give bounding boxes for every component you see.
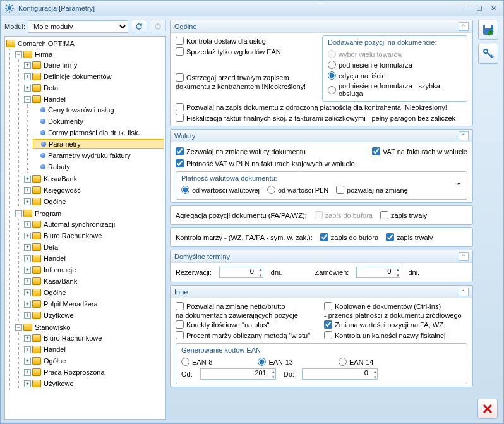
tree-param-wydr[interactable]: Parametry wydruku faktury: [33, 150, 164, 161]
agregacja-label: Agregacja pozycji dokumentu (FA/PA/WZ):: [176, 212, 307, 219]
dodawanie-title: Dodawanie pozycji na dokumencie:: [328, 39, 462, 46]
group-agregacja: Agregacja pozycji dokumentu (FA/PA/WZ): …: [170, 205, 473, 225]
tree-ceny[interactable]: Ceny towarów i usług: [33, 105, 164, 115]
tree-detal2[interactable]: +Detal: [24, 242, 164, 252]
tree-ogolne3[interactable]: +Ogólne: [24, 356, 164, 366]
tree-detal[interactable]: +Detal: [24, 83, 164, 93]
chk-platnosc-vat[interactable]: Płatność VAT w PLN na fakturach krajowyc…: [176, 159, 355, 167]
tree-def-dok[interactable]: +Definicje dokumentów: [24, 71, 164, 82]
chk-agr-bufor: zapis do bufora: [315, 211, 373, 219]
chk-netto-brutto[interactable]: Pozwalaj na zmianę netto/brutto: [176, 302, 285, 310]
tree-ksiegowosc[interactable]: +Księgowość: [24, 185, 164, 195]
tree-rabaty[interactable]: Rabaty: [33, 162, 164, 172]
tree-pulpit[interactable]: +Pulpit Menadżera: [24, 299, 164, 309]
chk-kontrola-dostaw[interactable]: Kontrola dostaw dla usług: [176, 37, 266, 45]
chk-zmiana-wart[interactable]: Zmiana wartości pozycji na FA, WZ: [324, 320, 443, 329]
od-label: Od:: [181, 370, 193, 378]
chk-zezwalaj-walute[interactable]: Zezwalaj na zmianę waluty dokumentu: [176, 147, 306, 155]
chk-korekty[interactable]: Korekty ilościowe "na plus": [176, 320, 269, 329]
collapse-icon[interactable]: ⌃: [456, 181, 462, 190]
tree-handel[interactable]: −Handel: [24, 94, 164, 104]
tree-uzytkowe2[interactable]: +Użytkowe: [24, 379, 164, 389]
collapse-icon[interactable]: ⌃: [459, 252, 469, 261]
tree-handel2[interactable]: +Handel: [24, 253, 164, 263]
chk-kontrola-unik[interactable]: Kontrola unikalności nazwy fiskalnej: [324, 331, 445, 339]
rad-edycja[interactable]: edycja na liście: [328, 71, 386, 80]
tree-informacje[interactable]: +Informacje: [24, 265, 164, 275]
collapse-icon[interactable]: ⌃: [459, 288, 469, 296]
netto-brutto-line2: na dokumentach zawierających pozycje: [176, 312, 298, 319]
maximize-button[interactable]: ☐: [473, 3, 486, 13]
zamowien-label: Zamówień:: [315, 269, 349, 276]
cancel-button[interactable]: [477, 399, 498, 419]
od-input[interactable]: 201: [200, 368, 276, 380]
app-icon: [4, 3, 15, 13]
minimize-button[interactable]: —: [459, 3, 472, 13]
tree-formy-plat[interactable]: Formy płatności dla druk. fisk.: [33, 128, 164, 138]
tree-ogolne2[interactable]: +Ogólne: [24, 288, 164, 298]
titlebar: Konfiguracja [Parametry] — ☐ ✕: [1, 1, 503, 16]
tree-dokumenty[interactable]: Dokumenty: [33, 116, 164, 126]
collapse-icon[interactable]: ⌃: [459, 131, 469, 140]
group-title: Waluty: [174, 132, 459, 140]
tree-handel3[interactable]: +Handel: [24, 344, 164, 354]
chk-fiskalizacja[interactable]: Fiskalizacja faktur finalnych skoj. z fa…: [176, 114, 455, 122]
rad-podniesienie-szybka[interactable]: podniesienie formularza - szybka obsługa: [328, 82, 462, 97]
gen-ean-box: Generowanie kodów EAN EAN-8 EAN-13 EAN-1…: [176, 343, 467, 384]
window-title: Konfiguracja [Parametry]: [18, 4, 458, 12]
rad-wal-pln[interactable]: od wartości PLN: [267, 186, 328, 194]
rezerwacji-input[interactable]: 0: [219, 267, 263, 278]
tree-biuro-rach2[interactable]: +Biuro Rachunkowe: [24, 333, 164, 343]
group-title: Ogólne: [174, 23, 459, 30]
tree-kasa-bank2[interactable]: +Kasa/Bank: [24, 276, 164, 286]
tree-uzytkowe[interactable]: +Użytkowe: [24, 310, 164, 320]
chk-agr-trwaly[interactable]: zapis trwały: [380, 211, 427, 219]
tree-dane-firmy[interactable]: +Dane firmy: [24, 60, 164, 70]
save-button[interactable]: [478, 20, 498, 40]
tree-program[interactable]: −Program: [15, 209, 164, 219]
module-select[interactable]: Moje moduły: [28, 20, 128, 33]
svg-point-1: [155, 24, 160, 29]
key-button[interactable]: [478, 44, 498, 64]
chk-procent-marzy[interactable]: Procent marży obliczany metodą "w stu": [176, 331, 310, 339]
close-button[interactable]: ✕: [487, 3, 500, 13]
tree-stanowisko[interactable]: −Stanowisko: [15, 322, 164, 332]
chk-pozwalaj-zapis[interactable]: Pozwalaj na zapis dokumentu z odroczoną …: [176, 103, 447, 111]
chk-vat-faktury[interactable]: VAT na fakturach w walucie: [372, 147, 467, 155]
tree-kasa-bank[interactable]: +Kasa/Bank: [24, 174, 164, 184]
dni-label: dni.: [271, 269, 282, 276]
collapse-icon[interactable]: ⌃: [459, 22, 469, 31]
kopiowanie-line2: - przenoś płatności z dokumentu źródłowe…: [324, 312, 462, 319]
dni-label2: dni.: [408, 269, 419, 276]
module-label: Moduł:: [4, 23, 25, 30]
chk-pozwalaj-zmiane[interactable]: pozwalaj na zmianę: [336, 186, 408, 194]
svg-rect-3: [485, 25, 491, 28]
tree-auto-sync[interactable]: +Automat synchronizacji: [24, 219, 164, 229]
group-inne: Inne⌃ Pozwalaj na zmianę netto/brutto na…: [170, 285, 473, 387]
rad-wal-walutowej[interactable]: od wartości walutowej: [181, 186, 260, 194]
chk-km-trwaly[interactable]: zapis trwały: [386, 233, 433, 241]
tree-ogolne[interactable]: +Ogólne: [24, 197, 164, 207]
tree-root[interactable]: Comarch OPT!MA: [6, 39, 164, 49]
do-input[interactable]: 0: [302, 368, 378, 380]
rad-ean14[interactable]: EAN-14: [339, 358, 374, 366]
refresh-button[interactable]: [131, 20, 147, 33]
chk-ostrzegaj[interactable]: Ostrzegaj przed trwałym zapisem: [176, 73, 289, 82]
rad-ean13[interactable]: EAN-13: [258, 358, 293, 366]
chk-km-bufor[interactable]: zapis do bufora: [320, 233, 378, 241]
do-label: Do:: [284, 370, 294, 378]
chk-sprzedaz-ean[interactable]: Sprzedaż tylko wg kodów EAN: [176, 47, 281, 56]
tree-biuro-rach[interactable]: +Biuro Rachunkowe: [24, 231, 164, 241]
chk-kopiowanie[interactable]: Kopiowanie dokumentów (Ctrl-Ins): [324, 302, 441, 310]
tree-praca-rozp[interactable]: +Praca Rozproszona: [24, 367, 164, 377]
tree-parametry[interactable]: Parametry: [33, 139, 164, 149]
config-tree[interactable]: Comarch OPT!MA −Firma +Dane firmy +Defin…: [4, 36, 166, 420]
group-waluty: Waluty⌃ Zezwalaj na zmianę waluty dokume…: [170, 129, 473, 203]
rad-ean8[interactable]: EAN-8: [181, 358, 212, 366]
filter-button[interactable]: [150, 20, 166, 33]
tree-firma[interactable]: −Firma: [15, 49, 164, 59]
zamowien-input[interactable]: 0: [356, 267, 400, 278]
plat-walut-title: Płatność walutowa dokumentu:: [181, 174, 456, 182]
rad-podniesienie[interactable]: podniesienie formularza: [328, 61, 412, 69]
group-title: Inne: [174, 288, 459, 296]
